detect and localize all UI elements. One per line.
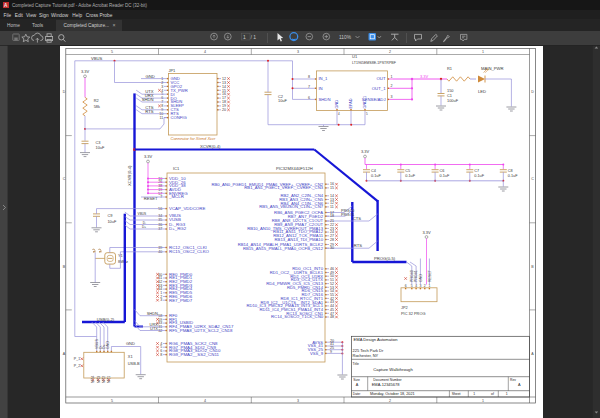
svg-text:EMA-12345678: EMA-12345678 [372,382,401,387]
svg-text:3: 3 [297,50,299,54]
svg-text:D-: D- [143,221,146,225]
svg-text:X1: X1 [128,354,133,359]
svg-text:UTX: UTX [150,326,158,331]
svg-text:USB(0-2): USB(0-2) [97,317,115,322]
svg-text:4: 4 [204,50,206,54]
svg-text:11: 11 [160,116,164,120]
svg-text:3: 3 [160,298,162,302]
svg-text:5: 5 [111,50,113,54]
svg-text:of: of [491,392,494,396]
svg-text:RC14_SOSCO_T1CK_CN0: RC14_SOSCO_T1CK_CN0 [271,314,324,319]
svg-text:File: File [4,13,12,18]
svg-text:48: 48 [330,315,334,319]
svg-text:CTS: CTS [353,216,362,221]
svg-text:Completed Capture...: Completed Capture... [64,23,110,28]
svg-text:×: × [113,22,116,28]
svg-text:GND: GND [126,341,135,346]
svg-text:C6: C6 [440,169,445,173]
svg-text:Cross Probe: Cross Probe [86,13,113,18]
svg-text:Edit: Edit [15,13,24,18]
svg-text:D+: D+ [142,225,146,229]
svg-text:110%: 110% [339,35,352,40]
svg-text:EPAD: EPAD [349,98,353,108]
svg-text:Date:: Date: [353,392,361,396]
svg-text:3.3V: 3.3V [422,230,431,235]
svg-text:1: 1 [473,392,475,396]
svg-text:RB1_AN1_PGEC1_VREF-_CVREF-_CN3: RB1_AN1_PGEC1_VREF-_CVREF-_CN3 [244,185,323,190]
svg-text:1: 1 [391,75,393,79]
svg-text:28: 28 [330,238,334,242]
svg-text:1: 1 [482,399,484,403]
svg-text:OUT_1: OUT_1 [372,86,386,91]
svg-text:3: 3 [391,95,393,99]
svg-text:3.3V: 3.3V [81,69,90,74]
svg-text:USB-B: USB-B [128,361,140,366]
svg-text:3: 3 [297,399,299,403]
svg-text:Completed Capture Tutorial.pdf: Completed Capture Tutorial.pdf - Adobe A… [12,3,148,8]
svg-text:6: 6 [405,284,407,288]
svg-text:CONFIG: CONFIG [170,115,186,120]
svg-text:1: 1 [243,34,246,40]
svg-text:MT2: MT2 [102,376,106,383]
svg-text:D: D [531,90,534,94]
svg-text:SHDN: SHDN [318,97,330,102]
svg-text:RB5_AN5_VBUSON_C1IN+_CN7: RB5_AN5_VBUSON_C1IN+_CN7 [259,204,323,209]
svg-text:C3: C3 [96,140,101,145]
svg-text:C: C [531,177,534,181]
svg-text:8MHz: 8MHz [118,259,128,264]
svg-text:10uF: 10uF [278,98,287,103]
svg-text:MT3: MT3 [97,376,101,383]
svg-text:Home: Home [7,23,20,28]
svg-text:0.1uF: 0.1uF [474,174,484,178]
svg-text:RE7_PMD7: RE7_PMD7 [169,298,193,303]
svg-text:GND: GND [419,274,423,282]
svg-text:SHDN: SHDN [147,311,158,316]
svg-text:VCAP_VDDCORE: VCAP_VDDCORE [169,206,205,211]
svg-text:XCVR(0-4): XCVR(0-4) [200,144,221,149]
svg-text:Sign: Sign [39,13,49,18]
svg-text:2: 2 [391,84,393,88]
svg-text:11: 11 [330,205,334,209]
svg-text:View: View [26,13,37,18]
svg-text:MT1: MT1 [107,376,111,383]
svg-text:Capture Walkthrough: Capture Walkthrough [373,367,413,372]
svg-text:10uF: 10uF [107,219,116,224]
svg-text:VBUS: VBUS [138,212,147,216]
svg-text:_MCLR: _MCLR [168,194,184,199]
svg-text:C4: C4 [371,169,376,173]
svg-text:2: 2 [389,399,391,403]
svg-text:C: C [63,177,66,181]
svg-text:150: 150 [447,88,454,93]
svg-text:XCVR(0-4): XCVR(0-4) [127,165,132,186]
svg-text:GND: GND [335,100,339,109]
svg-text:Help: Help [72,13,82,18]
svg-text:8: 8 [160,353,162,357]
svg-text:Title: Title [353,362,359,366]
svg-text:RTS: RTS [145,109,154,114]
svg-text:Rochester, NY: Rochester, NY [353,353,379,358]
svg-text:OUT: OUT [377,76,386,81]
svg-text:RC15_OSC2_CLKO: RC15_OSC2_CLKO [169,249,210,254]
svg-text:18: 18 [330,214,334,218]
svg-text:LT1965EMS8E-1PSTRPBF: LT1965EMS8E-1PSTRPBF [352,61,397,65]
svg-text:P_1: P_1 [74,357,80,361]
svg-text:SHDN: SHDN [142,97,154,102]
svg-text:JP1: JP1 [168,68,176,73]
svg-text:1: 1 [506,392,508,396]
svg-text:4: 4 [204,399,206,403]
svg-text:9: 9 [330,350,332,354]
svg-text:GND: GND [106,341,110,349]
svg-text:VSS_9: VSS_9 [310,351,324,356]
svg-text:Monday, October 18, 2021: Monday, October 18, 2021 [370,392,415,396]
svg-text:Rev: Rev [510,378,516,382]
svg-text:7: 7 [308,85,310,89]
svg-text:Sheet: Sheet [452,392,461,396]
svg-text:3.3V: 3.3V [420,74,429,79]
svg-text:Tools: Tools [32,23,44,28]
svg-text:R2: R2 [94,98,99,103]
svg-text:RB15_AN15_PMALL_PMA0_OCFB_CN12: RB15_AN15_PMALL_PMA0_OCFB_CN12 [243,246,324,251]
svg-text:8: 8 [308,75,310,79]
svg-text:6: 6 [308,96,310,100]
svg-text:PROG(0-5): PROG(0-5) [374,256,396,261]
svg-text:5: 5 [111,399,113,403]
